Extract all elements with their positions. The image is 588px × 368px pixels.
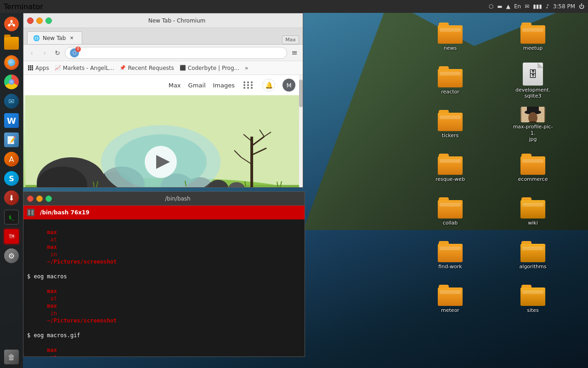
bookmark-coderbyte[interactable]: ⬛ Coderbyte | Prog...	[180, 65, 239, 71]
battery-icon: ▮▮▮	[533, 3, 542, 10]
desktop-icon-find-work[interactable]: find-work	[427, 236, 473, 275]
url-bar[interactable]: ⬡ 0	[65, 47, 287, 59]
dock-libreoffice[interactable]: W	[2, 111, 21, 130]
sqlite-file-icon: 🗄	[523, 63, 543, 86]
volume-icon[interactable]: ♪	[546, 3, 549, 10]
chrome-scrollbar[interactable]	[299, 75, 303, 187]
tickers-folder-icon	[438, 110, 463, 131]
bookmark-apps-label: Apps	[35, 65, 49, 71]
chrome-maximize-button[interactable]	[45, 17, 52, 24]
desktop-icon-meetup[interactable]: meetup	[510, 17, 556, 57]
bookmark-apps[interactable]: Apps	[27, 65, 49, 71]
profile-pic-icon	[520, 107, 545, 122]
google-header: Max Gmail Images 🔔 M	[23, 75, 303, 95]
reload-button[interactable]: ↻	[52, 47, 63, 58]
google-avatar[interactable]: M	[283, 79, 295, 92]
extension-icon[interactable]: ⬡ 0	[70, 48, 79, 58]
svg-rect-33	[28, 210, 30, 215]
scrollbar-thumb[interactable]	[299, 80, 303, 107]
dock-settings[interactable]: ⚙	[2, 247, 21, 265]
chrome-close-button[interactable]	[27, 17, 34, 24]
google-notification-bell[interactable]: 🔔	[262, 79, 275, 92]
bookmark-markets-icon: 📈	[55, 65, 61, 71]
desktop-icon-algorithms[interactable]: algorithms	[510, 236, 556, 275]
tab-favicon: 🌐	[33, 35, 40, 41]
desktop-icon-sqlite[interactable]: 🗄 development.sqlite3	[510, 61, 556, 100]
bookmark-markets-label: Markets - AngelL...	[63, 65, 114, 71]
dock-thunderbird[interactable]: ✉	[2, 92, 21, 110]
wifi-icon[interactable]: ▲	[506, 3, 510, 10]
chrome-minimize-button[interactable]	[36, 17, 43, 24]
terminal-maximize-button[interactable]	[45, 196, 52, 202]
terminal-close-button[interactable]	[27, 196, 34, 202]
desktop-icon-tickers[interactable]: tickers	[427, 105, 473, 144]
dock-vte-terminal[interactable]: $_	[2, 208, 21, 226]
desktop-icon-profile-pic[interactable]: max-profile-pic-1.jpg	[510, 105, 556, 144]
more-bookmarks-icon: »	[245, 65, 248, 71]
tab-max-btn[interactable]: Max	[282, 35, 299, 44]
terminal-line-4: $ eog macros.gif	[27, 332, 301, 339]
tab-close-button[interactable]: ✕	[68, 35, 75, 41]
transmission-icon: ⬇	[4, 190, 19, 205]
terminal-content[interactable]: max at max in ~/Pictures/screenshot $ eo…	[23, 219, 305, 356]
chrome-title: New Tab - Chromium	[55, 17, 299, 24]
terminal-line-2: $ eog macros	[27, 273, 301, 280]
resque-label: resque-web	[435, 176, 465, 182]
bookmark-more[interactable]: »	[245, 65, 248, 71]
ecommerce-label: ecommerce	[518, 176, 548, 182]
clock: 3:58 PM	[553, 3, 575, 10]
find-work-folder-icon	[438, 241, 463, 262]
wiki-folder-icon	[520, 197, 545, 218]
bookmark-markets[interactable]: 📈 Markets - AngelL...	[55, 65, 114, 71]
desktop-icon-wiki[interactable]: wiki	[510, 192, 556, 231]
dock-trash[interactable]: 🗑	[2, 348, 21, 366]
chrome-tabs-bar: 🌐 New Tab ✕ Max	[23, 28, 303, 45]
find-work-label: find-work	[438, 264, 462, 270]
power-icon[interactable]: ⏻	[579, 3, 584, 10]
google-link-images[interactable]: Images	[213, 82, 235, 89]
email-icon[interactable]: ✉	[525, 3, 529, 10]
lang-selector[interactable]: En	[514, 3, 521, 10]
meteor-folder-icon	[438, 285, 463, 306]
chrome-content: Max Gmail Images 🔔 M	[23, 75, 303, 187]
desktop-icon-meteor[interactable]: meteor	[427, 280, 473, 319]
desktop-icon-ecommerce[interactable]: ecommerce	[510, 149, 556, 188]
svg-rect-34	[31, 210, 34, 215]
algorithms-folder-icon	[520, 241, 545, 262]
terminal-minimize-button[interactable]	[36, 196, 43, 202]
collab-folder-icon	[438, 197, 463, 218]
desktop-icon-sites[interactable]: sites	[510, 280, 556, 319]
apps-grid-icon	[243, 81, 254, 89]
google-link-gmail[interactable]: Gmail	[188, 82, 206, 89]
terminal-titlebar: /bin/bash	[23, 192, 305, 206]
chrome-tab-new[interactable]: 🌐 New Tab ✕	[27, 31, 82, 44]
desktop-icon-resque-web[interactable]: resque-web	[427, 149, 473, 188]
bookmark-coderbyte-label: Coderbyte | Prog...	[188, 65, 239, 71]
dock-chromium[interactable]	[2, 73, 21, 91]
desktop-icon-reactor[interactable]: reactor	[427, 61, 473, 100]
dock-firefox[interactable]	[2, 53, 21, 72]
dock-gedit[interactable]: 📝	[2, 131, 21, 149]
back-button[interactable]: ‹	[26, 47, 37, 58]
chrome-menu-button[interactable]: ≡	[289, 47, 300, 58]
bluetooth-icon[interactable]: ⬡	[489, 3, 493, 10]
trash-icon: 🗑	[4, 350, 19, 364]
bookmark-requests-icon: 📌	[119, 65, 126, 71]
dock-ubuntu[interactable]	[2, 15, 21, 33]
desktop-icon-collab[interactable]: collab	[427, 192, 473, 231]
dock-software[interactable]: A	[2, 150, 21, 168]
thunderbird-icon: ✉	[4, 94, 19, 109]
bookmark-recent-requests[interactable]: 📌 Recent Requests	[119, 65, 174, 71]
google-link-max[interactable]: Max	[169, 82, 181, 89]
dock-terminator[interactable]: TM	[2, 227, 21, 246]
forward-button[interactable]: ›	[39, 47, 50, 58]
terminal-line-5: max at max in ~/Pictures/screenshot	[27, 339, 301, 356]
battery-status: ▬	[497, 3, 502, 10]
dock-files[interactable]	[2, 34, 21, 52]
google-apps-button[interactable]	[242, 79, 255, 92]
dock-transmission[interactable]: ⬇	[2, 189, 21, 207]
dock-skype[interactable]: S	[2, 169, 21, 188]
desktop-icon-news[interactable]: news	[427, 17, 473, 57]
split-icon	[28, 209, 34, 216]
sqlite-label: development.sqlite3	[515, 87, 550, 99]
